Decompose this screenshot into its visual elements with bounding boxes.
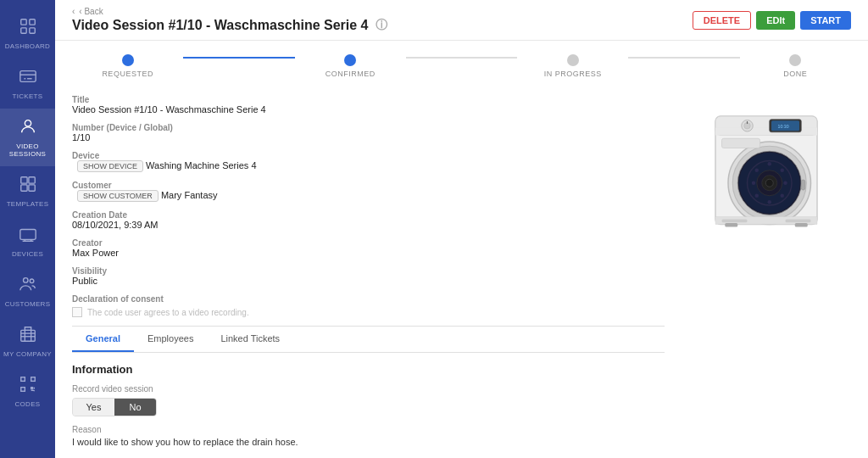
- step-confirmed: CONFIRMED: [295, 54, 406, 78]
- number-label: Number (Device / Global): [72, 123, 665, 132]
- sidebar-item-label-devices: DEVICES: [12, 250, 43, 258]
- svg-rect-1: [29, 20, 34, 25]
- svg-point-39: [755, 169, 760, 173]
- detail-device: Device SHOW DEVICE Washing Machine Serie…: [72, 151, 665, 172]
- sidebar-item-video-sessions[interactable]: VIDEO SESSIONS: [0, 109, 55, 166]
- visibility-label: Visibility: [72, 266, 665, 276]
- svg-point-36: [768, 200, 772, 204]
- page-title: Video Session #1/10 - Waschmaschine Seri…: [72, 18, 387, 33]
- svg-rect-7: [28, 177, 34, 183]
- detail-consent: Declaration of consent The code user agr…: [72, 294, 665, 317]
- step-in-progress: IN PROGRESS: [517, 54, 628, 78]
- sidebar-item-templates[interactable]: TEMPLATES: [0, 166, 55, 216]
- creator-label: Creator: [72, 238, 665, 248]
- sidebar-item-devices[interactable]: DEVICES: [0, 216, 55, 266]
- sidebar-item-codes[interactable]: CODES: [0, 366, 55, 416]
- sidebar: DASHBOARD TICKETS VIDEO SESSIONS TEMPLAT…: [0, 0, 55, 458]
- svg-rect-0: [20, 20, 25, 25]
- dashboard-icon: [19, 17, 37, 40]
- svg-point-32: [768, 162, 772, 166]
- step-label-in-progress: IN PROGRESS: [544, 70, 602, 78]
- svg-rect-15: [20, 388, 25, 392]
- svg-rect-3: [29, 28, 34, 33]
- tab-employees[interactable]: Employees: [134, 327, 207, 352]
- back-link[interactable]: ‹ ‹ Back: [72, 7, 387, 16]
- step-label-requested: REQUESTED: [102, 70, 153, 78]
- toggle-no[interactable]: No: [114, 399, 156, 416]
- detail-creator: Creator Max Power: [72, 238, 665, 258]
- templates-icon: [19, 175, 37, 198]
- tab-general[interactable]: General: [72, 327, 134, 352]
- svg-point-5: [25, 120, 31, 126]
- sidebar-item-customers[interactable]: CUSTOMERS: [0, 266, 55, 316]
- number-value: 1/10: [72, 132, 665, 142]
- creation-date-label: Creation Date: [72, 210, 665, 220]
- sidebar-item-label-customers: CUSTOMERS: [5, 300, 51, 308]
- step-done: DONE: [740, 54, 851, 78]
- content-area: Title Video Session #1/10 - Waschmaschin…: [55, 87, 868, 458]
- tab-content-general: Information Record video session Yes No …: [72, 353, 665, 450]
- step-circle-in-progress: [567, 54, 579, 66]
- edit-button[interactable]: EDIt: [756, 11, 795, 30]
- sidebar-item-label-tickets: TICKETS: [13, 92, 43, 100]
- svg-rect-10: [19, 230, 35, 240]
- svg-rect-8: [20, 185, 26, 191]
- step-requested: REQUESTED: [72, 54, 183, 78]
- title-label: Title: [72, 95, 665, 104]
- consent-label: Declaration of consent: [72, 294, 665, 304]
- detail-visibility: Visibility Public: [72, 266, 665, 286]
- washing-machine-image: 10:30: [703, 103, 830, 231]
- svg-point-34: [783, 182, 787, 186]
- sidebar-item-label-video-sessions: VIDEO SESSIONS: [0, 142, 55, 158]
- detail-customer: Customer SHOW CUSTOMER Mary Fantasy: [72, 181, 665, 202]
- customer-name: Mary Fantasy: [161, 190, 218, 200]
- back-label: ‹ Back: [79, 7, 103, 16]
- svg-rect-6: [20, 177, 26, 183]
- step-line-2: [406, 57, 517, 59]
- consent-text: The code user agrees to a video recordin…: [87, 308, 249, 317]
- show-customer-button[interactable]: SHOW CUSTOMER: [77, 190, 159, 202]
- sidebar-item-dashboard[interactable]: DASHBOARD: [0, 8, 55, 59]
- info-section-title: Information: [72, 363, 665, 376]
- svg-rect-16: [31, 377, 35, 382]
- page-header: ‹ ‹ Back Video Session #1/10 - Waschmasc…: [55, 0, 868, 41]
- svg-rect-13: [20, 330, 35, 341]
- record-label: Record video session: [72, 384, 665, 394]
- svg-point-11: [23, 278, 28, 283]
- consent-row: The code user agrees to a video recordin…: [72, 307, 665, 317]
- sidebar-item-tickets[interactable]: TICKETS: [0, 59, 55, 109]
- tabs-section: General Employees Linked Tickets Informa…: [72, 326, 665, 450]
- sidebar-item-label-templates: TEMPLATES: [7, 200, 49, 208]
- page-title-text: Video Session #1/10 - Waschmaschine Seri…: [72, 18, 369, 33]
- svg-rect-2: [20, 28, 25, 33]
- creation-date-value: 08/10/2021, 9:39 AM: [72, 220, 665, 230]
- detail-title: Title Video Session #1/10 - Waschmaschin…: [72, 95, 665, 114]
- customers-icon: [19, 275, 37, 298]
- device-image-container: 10:30: [682, 95, 851, 450]
- progress-bar: REQUESTED CONFIRMED IN PROGRESS DONE: [55, 41, 868, 87]
- my-company-icon: [19, 325, 37, 348]
- customer-label: Customer: [72, 181, 665, 190]
- sidebar-item-label-codes: CODES: [15, 400, 41, 408]
- delete-button[interactable]: DELETE: [693, 11, 751, 30]
- step-circle-confirmed: [344, 54, 356, 66]
- codes-icon: [19, 375, 37, 398]
- toggle-yes[interactable]: Yes: [73, 399, 114, 416]
- show-device-button[interactable]: SHOW DEVICE: [77, 160, 143, 172]
- consent-checkbox[interactable]: [72, 307, 82, 317]
- svg-point-12: [30, 279, 34, 283]
- svg-point-41: [765, 179, 773, 187]
- svg-rect-47: [725, 223, 737, 227]
- svg-point-38: [752, 182, 756, 186]
- step-line-3: [628, 57, 739, 59]
- svg-point-37: [755, 194, 760, 198]
- sidebar-item-label-dashboard: DASHBOARD: [5, 42, 50, 50]
- header-left: ‹ ‹ Back Video Session #1/10 - Waschmasc…: [72, 7, 387, 33]
- device-label: Device: [72, 151, 665, 160]
- sidebar-item-my-company[interactable]: MY COMPANY: [0, 316, 55, 366]
- start-button[interactable]: START: [800, 11, 851, 30]
- back-arrow: ‹: [72, 7, 75, 16]
- tab-linked-tickets[interactable]: Linked Tickets: [207, 327, 293, 352]
- svg-rect-42: [722, 138, 760, 148]
- svg-rect-4: [19, 71, 35, 82]
